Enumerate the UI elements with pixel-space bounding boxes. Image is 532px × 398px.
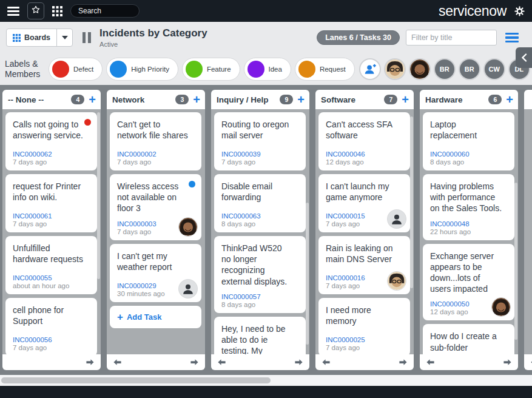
horizontal-scrollbar-track[interactable] [0,375,532,386]
global-search-input[interactable] [70,4,140,18]
member-avatar-initials[interactable]: BR [435,59,454,79]
assignee-avatar-generic[interactable] [179,280,197,298]
board-menu-icon[interactable] [505,33,519,43]
lane-count-badge: 3 [175,95,189,104]
label-chip-request[interactable]: Request [295,58,355,81]
task-card[interactable]: Having problems with performance on the … [423,174,514,240]
lane-header[interactable]: Software 7 + [315,90,414,109]
add-card-icon[interactable]: + [505,93,514,106]
incident-link[interactable]: INC0000048 [430,220,507,228]
task-card[interactable]: Exchange server appears to be down...lot… [423,244,514,321]
lane-body [524,109,532,354]
lane-scrollbar[interactable] [97,112,100,279]
boards-button[interactable]: Boards [6,29,73,47]
lane-count-badge: 7 [384,95,397,104]
move-lane-left-icon[interactable] [322,359,331,366]
label-chip-high-priority[interactable]: High Priority [106,58,178,81]
move-lane-right-icon[interactable] [86,359,95,366]
member-avatar-initials[interactable]: BR [460,59,479,79]
add-card-icon[interactable]: + [87,93,97,106]
incident-link[interactable]: INC0000056 [13,336,90,343]
favorites-button[interactable] [27,2,44,19]
lane-body: Can't get to network file shares INC0000… [107,109,205,354]
lane-scrollbar[interactable] [410,116,413,288]
card-title: Rain is leaking on main DNS Server [326,243,403,265]
assignee-avatar-photo[interactable] [388,272,406,290]
assignee-avatar-photo[interactable] [492,298,510,316]
label-chip-defect[interactable]: Defect [49,58,103,81]
incident-link[interactable]: INC0000039 [221,150,298,158]
incident-link[interactable]: INC0000002 [117,150,194,158]
label-chip-text: Defect [73,66,93,73]
task-card[interactable]: Can't access SFA software INC000004612 d… [318,112,410,170]
task-card[interactable]: How do I create a sub-folder [423,324,514,354]
incident-link[interactable]: INC0000062 [13,150,90,158]
task-card[interactable]: Laptop replacement INC00000608 days ago [423,112,514,170]
move-lane-right-icon[interactable] [399,359,408,366]
move-lane-right-icon[interactable] [294,359,303,366]
boards-button-main[interactable]: Boards [7,29,56,46]
lane-partial: + [524,90,532,370]
plus-icon: + [117,312,123,322]
lane-body: Laptop replacement INC00000608 days ago … [420,109,518,354]
task-card[interactable]: Rain is leaking on main DNS Server INC00… [318,236,410,294]
add-card-icon[interactable]: + [192,93,201,106]
lane-scrollbar[interactable] [514,183,517,340]
boards-button-label: Boards [24,33,50,42]
incident-link[interactable]: INC0000063 [221,212,298,220]
member-avatar-photo[interactable] [410,59,429,79]
member-avatar-initials[interactable]: CW [485,59,504,79]
add-card-icon[interactable]: + [400,93,410,106]
add-task-button[interactable]: + Add Task [110,306,201,328]
task-card[interactable]: I can't launch my game anymore INC000001… [318,174,410,232]
incident-link[interactable]: INC0000060 [430,150,507,158]
task-card[interactable]: Hey, I need to be able to do ie testing.… [214,317,306,354]
move-lane-left-icon[interactable] [113,359,122,366]
app-menu-icon[interactable] [7,7,19,16]
pause-icon[interactable] [82,32,91,43]
lane-header[interactable]: -- None -- 4 + [2,90,101,109]
task-card[interactable]: ThinkPad W520 no longer recognizing exte… [214,236,306,313]
task-card[interactable]: Calls not going to answering service. IN… [5,112,97,170]
member-avatar-photo[interactable] [385,59,405,79]
assignee-avatar-photo[interactable] [179,218,197,236]
move-lane-left-icon[interactable] [426,359,435,366]
incident-link[interactable]: INC0000046 [326,150,403,158]
lane-header[interactable]: Inquiry / Help 9 + [211,90,309,109]
assignee-avatar-generic[interactable] [388,210,406,228]
lane-header[interactable]: + [524,90,532,109]
task-card[interactable]: cell phone for Support INC00000567 days … [5,298,97,354]
member-initials-text: BR [465,66,474,73]
task-card[interactable]: Routing to oregon mail server INC0000039… [214,112,306,170]
incident-link[interactable]: INC0000057 [221,293,298,300]
task-card[interactable]: Can't get to network file shares INC0000… [110,112,201,170]
incident-link[interactable]: INC0000025 [326,336,403,343]
task-card[interactable]: I need more memory INC00000257 days ago [318,298,410,354]
card-timestamp: 7 days ago [13,220,90,228]
lane-header[interactable]: Hardware 6 + [420,90,518,109]
lane-footer [211,354,309,370]
add-member-button[interactable] [360,59,380,79]
move-lane-right-icon[interactable] [190,359,199,366]
horizontal-scrollbar-thumb[interactable] [1,377,271,383]
task-card[interactable]: Wireless access not available on floor 3… [110,174,201,240]
label-chip-idea[interactable]: Idea [244,58,291,81]
incident-link[interactable]: INC0000055 [13,274,90,282]
add-card-icon[interactable]: + [296,93,306,106]
app-grid-icon[interactable] [52,6,62,16]
label-chip-feature[interactable]: Feature [182,58,240,81]
task-card[interactable]: request for Printer info on wiki. INC000… [5,174,97,232]
incident-link[interactable]: INC0000061 [13,212,90,220]
lane-footer [524,354,532,370]
filter-by-title-input[interactable] [406,30,497,46]
lane-scrollbar[interactable] [306,203,309,345]
task-card[interactable]: I can't get my weather report INC0000029… [110,244,201,302]
lane-header[interactable]: Network 3 + [107,90,205,109]
boards-dropdown-button[interactable] [56,29,72,46]
collapse-panel-tab[interactable] [516,47,532,68]
move-lane-right-icon[interactable] [503,359,512,366]
move-lane-left-icon[interactable] [217,359,226,366]
settings-gear-icon[interactable] [514,6,525,16]
task-card[interactable]: Unfulfilled hardware requests INC0000055… [5,236,97,294]
task-card[interactable]: Disable email forwarding INC00000638 day… [214,174,306,232]
